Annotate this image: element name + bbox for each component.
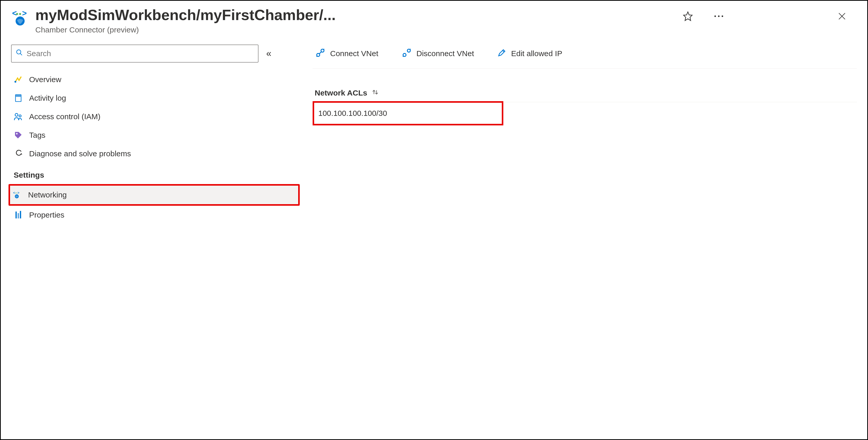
svg-rect-26 <box>16 211 17 218</box>
resource-icon: < > <box>11 8 29 26</box>
sort-icon <box>371 88 379 98</box>
sidebar-item-label: Properties <box>29 211 64 219</box>
sidebar-item-label: Access control (IAM) <box>29 112 100 121</box>
sidebar-section-settings: Settings <box>11 163 297 184</box>
sidebar-item-networking[interactable]: < > Networking <box>8 184 300 206</box>
toolbar-label: Connect VNet <box>330 49 378 58</box>
close-icon <box>837 11 847 21</box>
more-button[interactable] <box>711 12 726 20</box>
search-icon <box>16 49 23 58</box>
page-subtitle: Chamber Connector (preview) <box>35 26 674 34</box>
toolbar: Connect VNet Disconnect VNet <box>313 44 857 69</box>
svg-line-31 <box>316 56 317 56</box>
main-content: Connect VNet Disconnect VNet <box>313 44 857 224</box>
sidebar: « Overview <box>11 44 297 224</box>
svg-text:>: > <box>18 191 19 195</box>
svg-line-20 <box>20 150 21 151</box>
properties-icon <box>14 210 23 219</box>
acl-row-value[interactable]: 100.100.100.100/30 <box>313 101 503 125</box>
sidebar-item-tags[interactable]: Tags <box>11 126 297 144</box>
page-header: < > myModSimWorkbench/myFirstChamber/...… <box>11 6 857 34</box>
sidebar-item-overview[interactable]: Overview <box>11 70 297 89</box>
column-header-label: Network ACLs <box>315 89 367 97</box>
access-control-icon <box>14 112 23 121</box>
search-input[interactable] <box>27 49 254 58</box>
svg-line-12 <box>20 54 22 55</box>
svg-rect-28 <box>20 211 21 218</box>
tags-icon <box>14 131 23 140</box>
sidebar-item-label: Activity log <box>29 94 66 102</box>
sidebar-item-diagnose[interactable]: Diagnose and solve problems <box>11 144 297 163</box>
acl-column-header[interactable]: Network ACLs <box>313 84 857 102</box>
toolbar-label: Edit allowed IP <box>511 49 562 58</box>
star-icon <box>683 11 693 21</box>
svg-point-1 <box>16 13 18 15</box>
connect-icon <box>315 47 326 60</box>
chevron-double-left-icon: « <box>266 48 271 59</box>
svg-line-35 <box>403 56 404 56</box>
connect-vnet-button[interactable]: Connect VNet <box>313 45 381 62</box>
svg-point-11 <box>17 50 21 54</box>
svg-point-23 <box>17 193 17 193</box>
overview-icon <box>14 75 23 84</box>
ellipsis-icon <box>714 15 724 18</box>
search-box[interactable] <box>11 44 258 63</box>
svg-point-13 <box>14 81 16 82</box>
svg-point-19 <box>16 133 18 134</box>
svg-marker-5 <box>683 12 692 20</box>
sidebar-item-label: Diagnose and solve problems <box>29 149 131 158</box>
page-title: myModSimWorkbench/myFirstChamber/... <box>35 6 674 24</box>
sidebar-item-label: Tags <box>29 131 45 140</box>
svg-rect-16 <box>16 95 21 97</box>
svg-point-8 <box>722 15 723 17</box>
svg-text:>: > <box>22 9 27 18</box>
disconnect-vnet-button[interactable]: Disconnect VNet <box>399 45 476 62</box>
sidebar-item-properties[interactable]: Properties <box>11 206 297 224</box>
svg-text:<: < <box>13 191 15 195</box>
svg-point-7 <box>718 15 719 17</box>
svg-point-18 <box>19 115 21 117</box>
svg-point-17 <box>15 113 18 116</box>
edit-icon <box>497 48 506 59</box>
activity-log-icon <box>14 94 23 103</box>
svg-text:<: < <box>12 9 17 18</box>
sidebar-item-label: Networking <box>28 191 67 199</box>
svg-point-2 <box>19 13 21 15</box>
diagnose-icon <box>14 149 23 158</box>
favorite-button[interactable] <box>680 8 695 24</box>
svg-line-32 <box>323 49 324 50</box>
sidebar-item-label: Overview <box>29 75 61 84</box>
svg-point-22 <box>15 193 16 193</box>
collapse-sidebar-button[interactable]: « <box>266 48 271 59</box>
svg-point-6 <box>714 15 716 17</box>
disconnect-icon <box>402 47 412 60</box>
toolbar-label: Disconnect VNet <box>416 49 474 58</box>
networking-icon: < > <box>12 190 22 200</box>
svg-line-36 <box>409 49 410 50</box>
svg-rect-27 <box>18 213 19 218</box>
sidebar-item-activity-log[interactable]: Activity log <box>11 89 297 107</box>
edit-allowed-ip-button[interactable]: Edit allowed IP <box>495 46 565 61</box>
sidebar-item-access-control[interactable]: Access control (IAM) <box>11 107 297 126</box>
close-button[interactable] <box>835 9 849 24</box>
